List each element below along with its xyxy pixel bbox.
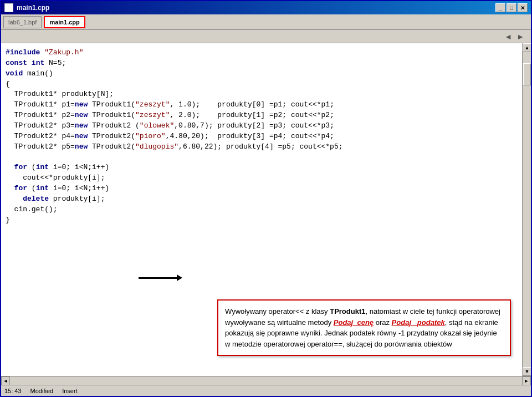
annotation-bold1: TProdukt1 — [330, 307, 365, 315]
maximize-button[interactable]: □ — [507, 3, 516, 12]
back-button[interactable]: ◄ — [503, 32, 513, 41]
horizontal-scrollbar[interactable]: ◄ ► — [1, 376, 531, 385]
cursor-position: 15: 43 — [4, 388, 22, 394]
close-button[interactable]: ✕ — [518, 3, 528, 12]
code-editor[interactable]: #include "Zakup.h" const int N=5; void m… — [1, 43, 522, 376]
window-icon: 🗋 — [4, 3, 13, 12]
scroll-down-button[interactable]: ▼ — [523, 367, 531, 376]
hscroll-track[interactable] — [10, 376, 522, 385]
code-content: #include "Zakup.h" const int N=5; void m… — [1, 45, 522, 227]
tab-lab6[interactable]: lab6_1.bpf — [3, 16, 42, 28]
annotation-text-before1: Wywoływany operator<< z klasy — [225, 307, 330, 315]
vertical-scrollbar[interactable]: ▲ ▼ — [522, 43, 531, 376]
title-buttons: _ □ ✕ — [495, 3, 528, 12]
tab-bar: lab6_1.bpf main1.cpp — [1, 14, 531, 30]
scroll-track[interactable] — [523, 52, 531, 367]
annotation-box: Wywoływany operator<< z klasy TProdukt1,… — [217, 299, 511, 356]
scroll-up-button[interactable]: ▲ — [523, 43, 531, 52]
window-title: main1.cpp — [17, 4, 49, 12]
scroll-left-button[interactable]: ◄ — [1, 376, 10, 385]
edit-status: Modified — [30, 388, 54, 394]
main-area: #include "Zakup.h" const int N=5; void m… — [1, 43, 531, 376]
nav-bar: ◄ ► — [1, 30, 531, 43]
annotation-text-between: oraz — [374, 318, 392, 327]
scroll-right-button[interactable]: ► — [522, 376, 531, 385]
title-bar: 🗋 main1.cpp _ □ ✕ — [1, 1, 531, 14]
edit-mode: Insert — [62, 388, 78, 394]
minimize-button[interactable]: _ — [495, 3, 505, 12]
arrow — [139, 277, 177, 279]
annotation-red-bold1: Podaj_cenę — [334, 318, 374, 327]
title-bar-left: 🗋 main1.cpp — [4, 3, 49, 12]
status-bar: 15: 43 Modified Insert — [1, 385, 531, 396]
tab-main1cpp[interactable]: main1.cpp — [44, 16, 85, 28]
main-window: 🗋 main1.cpp _ □ ✕ lab6_1.bpf main1.cpp ◄… — [0, 0, 532, 397]
scroll-thumb[interactable] — [523, 63, 531, 85]
forward-button[interactable]: ► — [515, 32, 525, 41]
annotation-red-bold2: Podaj _podatek — [392, 318, 445, 327]
